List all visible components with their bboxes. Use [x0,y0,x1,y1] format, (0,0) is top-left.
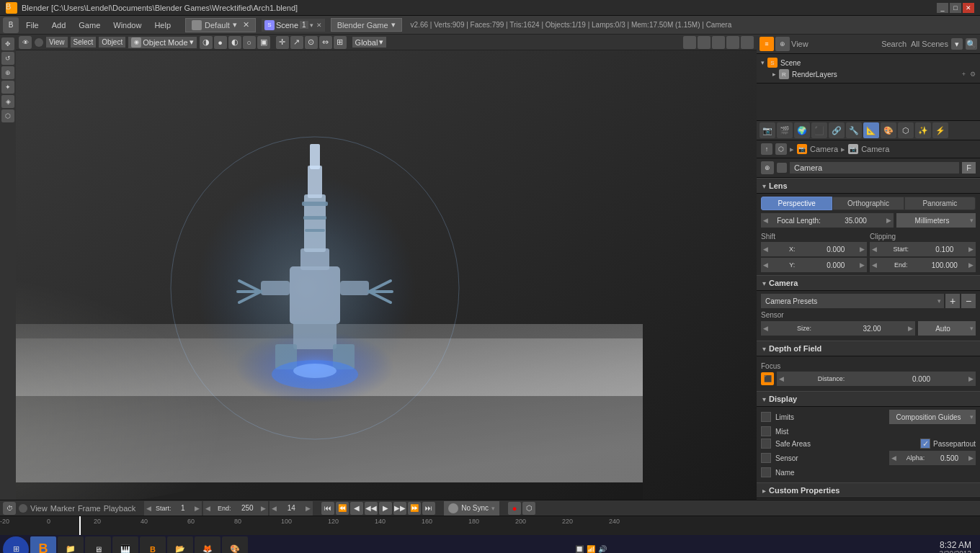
limits-checkbox[interactable] [761,412,771,422]
shift-x-arrow-l[interactable]: ◀ [761,246,770,253]
viewport-texture-icon[interactable]: ▣ [257,36,270,49]
scene-dropdown-btn[interactable]: ▾ [951,38,963,50]
lens-section-header[interactable]: ▾ Lens [757,178,980,194]
render-layers-add-icon[interactable]: + [962,71,966,78]
shift-y-field[interactable]: ◀ Y: 0.000 ▶ [761,258,867,272]
prop-physics-icon[interactable]: ⚡ [932,122,948,138]
jump-start-btn[interactable]: ⏮ [321,502,334,515]
scene-item[interactable]: ▾ S Scene [761,57,976,68]
taskbar-fruityloops[interactable]: 🎹 [112,536,138,554]
vp-icon-r5[interactable] [741,36,754,49]
sync-selector[interactable]: No Sync ▾ [444,501,499,516]
sensor-size-field[interactable]: ◀ Size: 32.00 ▶ [761,321,915,336]
next-keyframe-btn[interactable]: ⏩ [408,502,421,515]
mode-selector[interactable]: ◉ Object Mode ▾ [128,37,196,48]
toolbar-btn-2[interactable]: ↺ [1,52,14,65]
step-back-btn[interactable]: ◀ [350,502,363,515]
clip-start-arrow-r[interactable]: ▶ [966,246,976,253]
start-arrow-r[interactable]: ▶ [192,505,202,512]
safe-areas-checkbox[interactable] [761,439,771,449]
alpha-arrow-l[interactable]: ◀ [889,454,899,462]
toolbar-btn-6[interactable]: ⬡ [1,109,14,122]
start-frame-field[interactable]: ◀ Start: 1 ▶ [144,501,202,516]
prop-constraint-icon[interactable]: 🔗 [829,122,845,138]
blender-icon[interactable]: B [3,17,19,33]
record-btn[interactable]: ● [508,502,521,515]
cur-frame-arrow-r[interactable]: ▶ [303,505,313,512]
panoramic-btn[interactable]: Panoramic [904,197,976,210]
clip-start-arrow-l[interactable]: ◀ [870,246,879,253]
viewport[interactable]: ✥ ↺ ⊕ ✦ ◈ ⬡ 👁 View Select Object ◉ Objec… [0,35,757,500]
transform-icon3[interactable]: ⊙ [305,36,318,49]
vp-icon-r2[interactable] [698,36,710,49]
play-btn[interactable]: ▶ [379,502,392,515]
unit-selector[interactable]: Millimeters ▾ [896,213,976,228]
workspace-selector[interactable]: Default ▾ ✕ [185,18,256,32]
prop-material-icon[interactable]: 🎨 [881,122,896,138]
taskbar-paint[interactable]: 🎨 [222,536,248,554]
sensor-display-checkbox[interactable] [761,453,771,463]
play-back-btn[interactable]: ◀◀ [365,502,378,515]
orthographic-btn[interactable]: Orthographic [832,197,904,210]
menu-file[interactable]: File [20,19,45,31]
current-frame-field[interactable]: ◀ 14 ▶ [270,501,313,516]
mist-checkbox[interactable] [761,426,771,436]
prop-data-icon[interactable]: 📐 [863,122,879,138]
shift-y-arrow-l[interactable]: ◀ [761,261,770,269]
maximize-button[interactable]: □ [950,3,961,13]
clipping-start-field[interactable]: ◀ Start: 0.100 ▶ [870,242,976,256]
presets-remove-btn[interactable]: − [961,294,976,308]
render-layers-item[interactable]: ▸ R RenderLayers + ⚙ [761,68,976,80]
step-forward-btn[interactable]: ▶▶ [393,502,406,515]
taskbar-blender[interactable]: B [30,536,56,554]
outliner-search-btn[interactable]: ⊕ [775,37,790,51]
timeline-icon[interactable]: ⏱ [3,502,16,515]
focus-dist-arrow-l[interactable]: ◀ [777,375,786,382]
viewport-solid-icon[interactable]: ● [214,36,227,49]
timeline-cursor[interactable] [79,516,81,535]
shift-x-field[interactable]: ◀ X: 0.000 ▶ [761,242,867,256]
presets-field[interactable]: Camera Presets ▾ [761,294,944,308]
custom-props-header[interactable]: ▸ Custom Properties [757,482,980,498]
cur-frame-arrow-l[interactable]: ◀ [270,505,279,512]
comp-guides-selector[interactable]: Composition Guides ▾ [889,410,976,424]
camera-bc-1[interactable]: Camera [810,145,838,153]
all-scenes-label[interactable]: All Scenes [911,40,948,48]
prop-particles-icon[interactable]: ✨ [915,122,931,138]
prop-scene-icon[interactable]: 🎬 [777,122,793,138]
viewport-material-icon[interactable]: ◐ [228,36,241,49]
display-section-header[interactable]: ▾ Display [757,391,980,407]
vp-icon-r3[interactable] [712,36,725,49]
transform-icon2[interactable]: ↗ [290,36,303,49]
viewport-render-icon[interactable]: ○ [243,36,256,49]
taskbar-firefox[interactable]: 🦊 [195,536,220,554]
timeline-frame-label[interactable]: Frame [78,504,101,513]
toolbar-btn-1[interactable]: ✥ [1,37,14,50]
sensor-size-arrow-r[interactable]: ▶ [906,325,915,332]
menu-game[interactable]: Game [73,19,106,31]
transform-icon5[interactable]: ⊞ [334,36,347,49]
toolbar-btn-5[interactable]: ◈ [1,95,14,108]
taskbar-blender2[interactable]: B [140,536,166,554]
shift-x-arrow-r[interactable]: ▶ [858,246,867,253]
prop-render-icon[interactable]: 📷 [760,122,775,138]
menu-window[interactable]: Window [107,19,147,31]
alpha-arrow-r[interactable]: ▶ [966,454,976,462]
camera-name-input[interactable] [790,162,959,174]
presets-add-btn[interactable]: + [945,294,960,308]
camera-bc-2[interactable]: Camera [861,145,889,153]
start-arrow-l[interactable]: ◀ [144,505,153,512]
camera-f-button[interactable]: F [962,162,976,174]
view3d-icon[interactable]: 👁 [19,36,32,49]
timeline-marker-label[interactable]: Marker [50,504,75,513]
taskbar-folder[interactable]: 📁 [58,536,84,554]
prop-modifiers-icon[interactable]: 🔧 [846,122,862,138]
search-label[interactable]: Search [881,40,906,48]
focal-length-field[interactable]: ◀ Focal Length: 35.000 ▶ [761,213,894,228]
prop-texture-icon[interactable]: ⬡ [898,122,914,138]
prop-object-icon[interactable]: ⬛ [811,122,827,138]
menu-add[interactable]: Add [46,19,72,31]
render-layers-settings-icon[interactable]: ⚙ [970,71,976,78]
timeline-view-label[interactable]: View [30,504,48,513]
focal-length-arrow-r[interactable]: ▶ [884,217,894,224]
